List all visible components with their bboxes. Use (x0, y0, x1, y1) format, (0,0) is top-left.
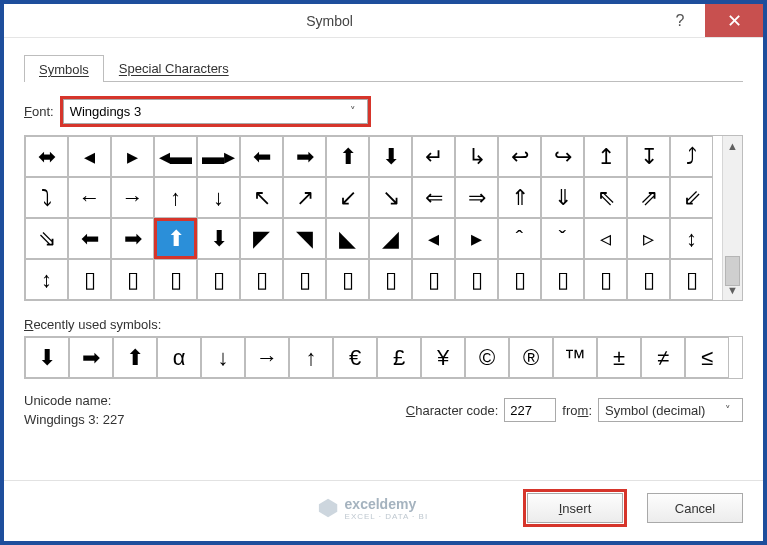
recent-symbol-cell[interactable]: ™ (553, 337, 597, 378)
symbol-cell[interactable]: ▬▸ (197, 136, 240, 177)
symbol-cell[interactable]: → (111, 177, 154, 218)
recent-symbol-cell[interactable]: ➡ (69, 337, 113, 378)
symbol-cell[interactable]: ⇗ (627, 177, 670, 218)
symbol-cell[interactable]: ⬅ (68, 218, 111, 259)
symbol-cell[interactable]: ▸ (455, 218, 498, 259)
symbol-cell[interactable]: ◂▬ (154, 136, 197, 177)
symbol-cell[interactable]: ◃ (584, 218, 627, 259)
tab-symbols[interactable]: Symbols (24, 55, 104, 82)
symbol-cell[interactable]: ◢ (369, 218, 412, 259)
symbol-cell[interactable]: ▹ (627, 218, 670, 259)
symbol-cell[interactable]: ➡ (111, 218, 154, 259)
symbol-cell[interactable]: ◂ (68, 136, 111, 177)
symbol-cell[interactable]: ⇓ (541, 177, 584, 218)
recent-symbol-cell[interactable]: £ (377, 337, 421, 378)
recent-symbol-cell[interactable]: © (465, 337, 509, 378)
symbol-cell[interactable]: ⬇ (369, 136, 412, 177)
symbol-cell[interactable]: ⇘ (25, 218, 68, 259)
symbol-cell[interactable]: ▯ (154, 259, 197, 300)
symbol-cell[interactable]: ▯ (111, 259, 154, 300)
symbol-cell[interactable]: ↪ (541, 136, 584, 177)
recent-symbol-cell[interactable]: ≤ (685, 337, 729, 378)
recent-row: ⬇➡⬆α↓→↑€£¥©®™±≠≤ (24, 336, 743, 379)
symbol-cell[interactable]: ˆ (498, 218, 541, 259)
symbol-cell[interactable]: ▯ (455, 259, 498, 300)
symbol-cell[interactable]: ↕ (670, 218, 713, 259)
help-button[interactable]: ? (655, 4, 705, 37)
symbol-cell[interactable]: ↗ (283, 177, 326, 218)
symbol-cell[interactable]: ▯ (584, 259, 627, 300)
symbol-cell[interactable]: ⇒ (455, 177, 498, 218)
symbol-cell[interactable]: ↵ (412, 136, 455, 177)
symbol-cell[interactable]: ▯ (412, 259, 455, 300)
scroll-down-icon[interactable]: ▼ (723, 280, 742, 300)
symbol-cell[interactable]: ◥ (283, 218, 326, 259)
font-select[interactable]: Wingdings 3 ˅ (63, 99, 368, 124)
recent-symbol-cell[interactable]: ⬇ (25, 337, 69, 378)
insert-button[interactable]: Insert (527, 493, 623, 523)
scroll-up-icon[interactable]: ▲ (723, 136, 742, 156)
symbol-cell[interactable]: ▸ (111, 136, 154, 177)
symbol-cell[interactable]: ↓ (197, 177, 240, 218)
symbol-cell[interactable]: ⬅ (240, 136, 283, 177)
symbol-cell[interactable]: ⬌ (25, 136, 68, 177)
recent-symbol-cell[interactable]: ¥ (421, 337, 465, 378)
symbol-cell[interactable]: ⇖ (584, 177, 627, 218)
symbol-cell[interactable]: ← (68, 177, 111, 218)
symbol-cell[interactable]: ↖ (240, 177, 283, 218)
close-icon: ✕ (727, 10, 742, 32)
from-select[interactable]: Symbol (decimal) ˅ (598, 398, 743, 422)
symbol-cell[interactable]: ↕ (25, 259, 68, 300)
recent-symbol-cell[interactable]: ⬆ (113, 337, 157, 378)
recent-symbol-cell[interactable]: € (333, 337, 377, 378)
recent-label: Recently used symbols: (24, 317, 743, 332)
font-label: Font: (24, 104, 54, 119)
symbol-cell[interactable]: ↥ (584, 136, 627, 177)
symbol-cell[interactable]: ▯ (670, 259, 713, 300)
help-icon: ? (676, 12, 685, 30)
symbol-cell[interactable]: ◣ (326, 218, 369, 259)
symbol-cell[interactable]: ▯ (498, 259, 541, 300)
recent-symbol-cell[interactable]: ↑ (289, 337, 333, 378)
symbol-cell[interactable]: ▯ (197, 259, 240, 300)
recent-symbol-cell[interactable]: ® (509, 337, 553, 378)
symbol-cell[interactable]: ▯ (369, 259, 412, 300)
grid-scrollbar[interactable]: ▲ ▼ (722, 136, 742, 300)
symbol-cell[interactable]: ◤ (240, 218, 283, 259)
recent-symbol-cell[interactable]: ≠ (641, 337, 685, 378)
symbol-cell[interactable]: ⬆ (326, 136, 369, 177)
symbol-cell[interactable]: ⤴ (670, 136, 713, 177)
symbol-cell[interactable]: ▯ (68, 259, 111, 300)
symbol-cell[interactable]: ↧ (627, 136, 670, 177)
close-button[interactable]: ✕ (705, 4, 763, 37)
char-code-input[interactable] (504, 398, 556, 422)
cancel-button[interactable]: Cancel (647, 493, 743, 523)
symbol-cell[interactable]: ↑ (154, 177, 197, 218)
symbol-cell[interactable]: ➡ (283, 136, 326, 177)
recent-symbol-cell[interactable]: ↓ (201, 337, 245, 378)
symbol-cell[interactable]: ↙ (326, 177, 369, 218)
symbol-cell[interactable]: ↩ (498, 136, 541, 177)
symbol-cell[interactable]: ▯ (541, 259, 584, 300)
symbol-cell[interactable]: ⤵ (25, 177, 68, 218)
symbol-cell[interactable]: ▯ (326, 259, 369, 300)
symbol-cell[interactable]: ↳ (455, 136, 498, 177)
recent-symbol-cell[interactable]: → (245, 337, 289, 378)
symbol-cell[interactable]: ˇ (541, 218, 584, 259)
symbol-cell[interactable]: ⇑ (498, 177, 541, 218)
symbol-grid-container: ⬌◂▸◂▬▬▸⬅➡⬆⬇↵↳↩↪↥↧⤴⤵←→↑↓↖↗↙↘⇐⇒⇑⇓⇖⇗⇙⇘⬅➡⬆⬇◤… (24, 135, 743, 301)
recent-symbol-cell[interactable]: ± (597, 337, 641, 378)
symbol-cell[interactable]: ▯ (240, 259, 283, 300)
recent-symbol-cell[interactable]: α (157, 337, 201, 378)
symbol-cell[interactable]: ▯ (283, 259, 326, 300)
symbol-cell[interactable]: ◂ (412, 218, 455, 259)
from-label: from: (562, 403, 592, 418)
symbol-cell[interactable]: ⇐ (412, 177, 455, 218)
symbol-cell[interactable]: ⬆ (154, 218, 197, 259)
symbol-cell[interactable]: ↘ (369, 177, 412, 218)
symbol-cell[interactable]: ⇙ (670, 177, 713, 218)
symbol-cell[interactable]: ▯ (627, 259, 670, 300)
watermark: exceldemy EXCEL · DATA · BI (317, 496, 429, 521)
symbol-cell[interactable]: ⬇ (197, 218, 240, 259)
tab-special-characters[interactable]: Special Characters (104, 54, 244, 81)
